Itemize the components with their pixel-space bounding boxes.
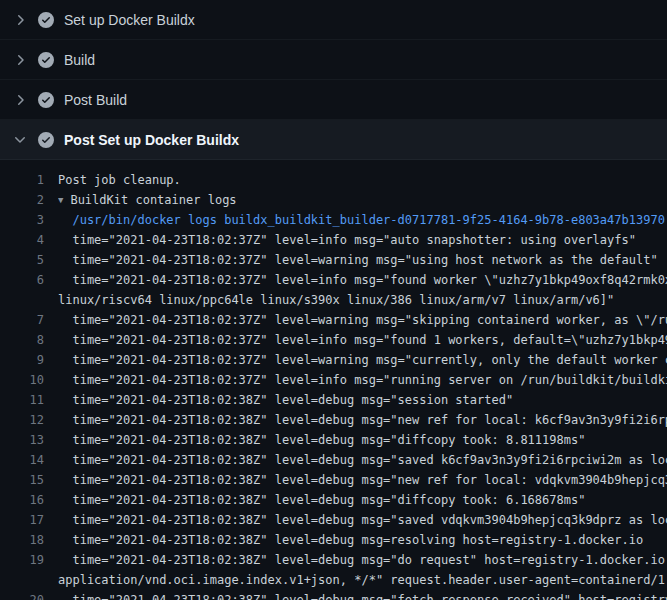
line-number[interactable]: 8 (0, 330, 46, 350)
log-text: time="2021-04-23T18:02:38Z" level=debug … (58, 410, 667, 430)
line-number[interactable]: 16 (0, 490, 46, 510)
step-label[interactable]: Build (64, 52, 95, 68)
log-text: time="2021-04-23T18:02:38Z" level=debug … (58, 590, 667, 600)
line-number[interactable]: 4 (0, 230, 46, 250)
check-circle-icon (38, 52, 54, 68)
line-number[interactable]: 17 (0, 510, 46, 530)
log-text: time="2021-04-23T18:02:37Z" level=warnin… (58, 250, 667, 270)
log-line: 4 time="2021-04-23T18:02:37Z" level=info… (0, 230, 667, 250)
chevron-right-icon[interactable] (12, 92, 28, 108)
log-text: time="2021-04-23T18:02:37Z" level=info m… (58, 370, 667, 390)
log-text: time="2021-04-23T18:02:37Z" level=warnin… (58, 350, 667, 370)
log-text: time="2021-04-23T18:02:37Z" level=warnin… (58, 310, 667, 330)
line-number[interactable]: 15 (0, 470, 46, 490)
step-row-set-up-docker-buildx[interactable]: Set up Docker Buildx (0, 0, 667, 40)
line-number[interactable]: 2 (0, 190, 46, 210)
log-lines-container: 1Post job cleanup.2▼BuildKit container l… (0, 170, 667, 600)
log-line: 1Post job cleanup. (0, 170, 667, 190)
line-number[interactable]: 12 (0, 410, 46, 430)
line-number[interactable]: 7 (0, 310, 46, 330)
line-number[interactable]: 13 (0, 430, 46, 450)
log-text: time="2021-04-23T18:02:38Z" level=debug … (58, 390, 667, 410)
log-text: time="2021-04-23T18:02:38Z" level=debug … (58, 510, 667, 530)
line-number[interactable]: 1 (0, 170, 46, 190)
actions-log-viewer: Set up Docker Buildx Build Post Build (0, 0, 667, 600)
step-label[interactable]: Post Build (64, 92, 127, 108)
line-number[interactable]: 19 (0, 550, 46, 570)
line-number[interactable]: 14 (0, 450, 46, 470)
log-line: 15 time="2021-04-23T18:02:38Z" level=deb… (0, 470, 667, 490)
log-text: Post job cleanup. (58, 170, 667, 190)
log-line: 16 time="2021-04-23T18:02:38Z" level=deb… (0, 490, 667, 510)
step-label[interactable]: Post Set up Docker Buildx (64, 132, 239, 148)
log-line: 13 time="2021-04-23T18:02:38Z" level=deb… (0, 430, 667, 450)
step-label[interactable]: Set up Docker Buildx (64, 12, 195, 28)
log-line: 8 time="2021-04-23T18:02:37Z" level=info… (0, 330, 667, 350)
chevron-right-icon[interactable] (12, 52, 28, 68)
line-number[interactable]: 6 (0, 270, 46, 290)
line-number[interactable]: 3 (0, 210, 46, 230)
log-text: time="2021-04-23T18:02:38Z" level=debug … (58, 430, 667, 450)
log-line: 14 time="2021-04-23T18:02:38Z" level=deb… (0, 450, 667, 470)
line-number[interactable]: 20 (0, 590, 46, 600)
log-line: 19 time="2021-04-23T18:02:38Z" level=deb… (0, 550, 667, 570)
log-text: time="2021-04-23T18:02:38Z" level=debug … (58, 530, 667, 550)
command-text: /usr/bin/docker logs buildx_buildkit_bui… (58, 210, 667, 230)
step-row-build[interactable]: Build (0, 40, 667, 80)
line-number[interactable]: 10 (0, 370, 46, 390)
line-number[interactable]: 11 (0, 390, 46, 410)
log-text: time="2021-04-23T18:02:37Z" level=info m… (58, 270, 667, 290)
log-line: 7 time="2021-04-23T18:02:37Z" level=warn… (0, 310, 667, 330)
log-line: 2▼BuildKit container logs (0, 190, 667, 210)
line-number[interactable]: 18 (0, 530, 46, 550)
log-line: 12 time="2021-04-23T18:02:38Z" level=deb… (0, 410, 667, 430)
log-text: linux/riscv64 linux/ppc64le linux/s390x … (58, 290, 667, 310)
log-text: time="2021-04-23T18:02:38Z" level=debug … (58, 490, 667, 510)
line-number[interactable]: 9 (0, 350, 46, 370)
line-number (0, 570, 46, 590)
log-line: 20 time="2021-04-23T18:02:38Z" level=deb… (0, 590, 667, 600)
log-text: time="2021-04-23T18:02:38Z" level=debug … (58, 450, 667, 470)
log-text: application/vnd.oci.image.index.v1+json,… (58, 570, 667, 590)
line-number[interactable]: 5 (0, 250, 46, 270)
steps-list: Set up Docker Buildx Build Post Build (0, 0, 667, 160)
log-line: 17 time="2021-04-23T18:02:38Z" level=deb… (0, 510, 667, 530)
log-text: time="2021-04-23T18:02:38Z" level=debug … (58, 550, 667, 570)
log-line: application/vnd.oci.image.index.v1+json,… (0, 570, 667, 590)
chevron-right-icon[interactable] (12, 12, 28, 28)
log-line: 9 time="2021-04-23T18:02:37Z" level=warn… (0, 350, 667, 370)
log-group-header: ▼BuildKit container logs (58, 190, 667, 210)
log-text: time="2021-04-23T18:02:37Z" level=info m… (58, 330, 667, 350)
log-viewer: 1Post job cleanup.2▼BuildKit container l… (0, 160, 667, 600)
check-circle-icon (38, 132, 54, 148)
log-text: time="2021-04-23T18:02:37Z" level=info m… (58, 230, 667, 250)
step-row-post-build[interactable]: Post Build (0, 80, 667, 120)
check-circle-icon (38, 12, 54, 28)
check-circle-icon (38, 92, 54, 108)
log-line: 3 /usr/bin/docker logs buildx_buildkit_b… (0, 210, 667, 230)
chevron-down-icon[interactable] (12, 132, 28, 148)
line-number (0, 290, 46, 310)
log-line: linux/riscv64 linux/ppc64le linux/s390x … (0, 290, 667, 310)
group-caret-icon[interactable]: ▼ (58, 190, 63, 210)
log-line: 6 time="2021-04-23T18:02:37Z" level=info… (0, 270, 667, 290)
log-line: 11 time="2021-04-23T18:02:38Z" level=deb… (0, 390, 667, 410)
log-line: 5 time="2021-04-23T18:02:37Z" level=warn… (0, 250, 667, 270)
step-row-post-set-up-docker-buildx[interactable]: Post Set up Docker Buildx (0, 120, 667, 160)
log-line: 10 time="2021-04-23T18:02:37Z" level=inf… (0, 370, 667, 390)
log-line: 18 time="2021-04-23T18:02:38Z" level=deb… (0, 530, 667, 550)
group-title[interactable]: BuildKit container logs (70, 193, 236, 207)
log-text: time="2021-04-23T18:02:38Z" level=debug … (58, 470, 667, 490)
